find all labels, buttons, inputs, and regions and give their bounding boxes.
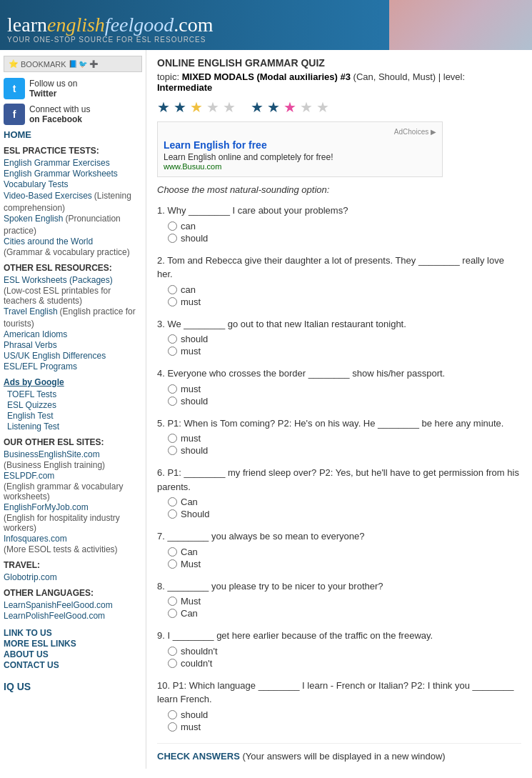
question-3-option-2[interactable]: must — [168, 346, 521, 356]
question-1-option-1[interactable]: can — [168, 221, 521, 231]
question-3-radio-should[interactable] — [168, 334, 177, 344]
sidebar-link-grammar-exercises[interactable]: English Grammar Exercises — [4, 158, 142, 168]
question-3-option-1[interactable]: should — [168, 334, 521, 344]
sidebar-link-esl-quizzes[interactable]: ESL Quizzes — [7, 400, 142, 410]
question-10-radio-must[interactable] — [168, 722, 177, 732]
question-1-option-2[interactable]: should — [168, 233, 521, 244]
sidebar-link-american-idioms[interactable]: American Idioms — [4, 329, 142, 339]
question-8-radio-must[interactable] — [168, 597, 177, 606]
sidebar-link-vocabulary-tests[interactable]: Vocabulary Tests — [4, 179, 142, 189]
question-2-option-1[interactable]: can — [168, 284, 521, 295]
sidebar-link-us-uk[interactable]: US/UK English Differences — [4, 351, 142, 361]
sidebar-link-link-to-us[interactable]: LINK TO US — [4, 628, 142, 638]
sidebar-link-esl-worksheets[interactable]: ESL Worksheets (Packages) — [4, 275, 142, 285]
question-2-option-2[interactable]: must — [168, 296, 521, 307]
english-for-job-desc: (English for hospitality industry worker… — [4, 513, 120, 533]
question-4: 4. Everyone who crosses the border _____… — [157, 366, 521, 407]
question-7-option-2[interactable]: Must — [168, 559, 521, 569]
question-6-option-1[interactable]: Can — [168, 497, 521, 507]
sidebar-link-grammar-worksheets[interactable]: English Grammar Worksheets — [4, 169, 142, 179]
question-7-radio-can[interactable] — [168, 547, 177, 557]
sidebar-link-video-exercises[interactable]: Video-Based Exercises — [4, 191, 92, 202]
question-9-option-1[interactable]: shouldn't — [168, 646, 521, 657]
video-exercises-desc2: comprehension) — [4, 203, 65, 213]
sidebar-link-eslpdf[interactable]: ESLPDF.com — [4, 471, 142, 481]
star-5: ★ — [223, 99, 236, 116]
question-2-radio-can[interactable] — [168, 285, 177, 294]
question-1-radio-can[interactable] — [168, 221, 177, 231]
esl-worksheets-desc: (Low-cost ESL printables for teachers & … — [4, 286, 111, 306]
question-10-option-1[interactable]: should — [168, 709, 521, 720]
question-4-radio-must[interactable] — [168, 384, 177, 394]
question-10-label-should: should — [181, 709, 208, 720]
sidebar-link-more-esl[interactable]: MORE ESL LINKS — [4, 639, 142, 649]
sidebar-link-phrasal-verbs[interactable]: Phrasal Verbs — [4, 340, 142, 350]
question-1-radio-should[interactable] — [168, 234, 177, 243]
question-6-option-2[interactable]: Should — [168, 509, 521, 519]
star-9: ★ — [300, 99, 313, 116]
question-8-label-must: Must — [181, 596, 201, 607]
star-10: ★ — [316, 99, 329, 116]
question-5-option-2[interactable]: should — [168, 445, 521, 456]
sidebar-link-english-for-job[interactable]: EnglishForMyJob.com — [4, 502, 142, 512]
header: learnenglishfeelgood.com YOUR ONE-STOP S… — [0, 0, 532, 50]
question-4-option-2[interactable]: should — [168, 396, 521, 407]
ads-title[interactable]: Ads by Google — [4, 377, 142, 387]
facebook-row[interactable]: f Connect with us on Facebook — [4, 104, 142, 125]
question-10-option-2[interactable]: must — [168, 722, 521, 732]
logo-english: english — [47, 14, 105, 36]
sidebar-link-about-us[interactable]: ABOUT US — [4, 649, 142, 659]
sidebar-link-spoken-english[interactable]: Spoken English — [4, 214, 63, 224]
question-4-radio-should[interactable] — [168, 397, 177, 406]
sidebar-link-infosquares[interactable]: Infosquares.com — [4, 534, 142, 544]
question-2-radio-must[interactable] — [168, 297, 177, 306]
sidebar-link-learn-spanish[interactable]: LearnSpanishFeelGood.com — [4, 600, 142, 610]
question-7-radio-must[interactable] — [168, 559, 177, 569]
stars-row: ★ ★ ★ ★ ★ ★ ★ ★ ★ ★ — [157, 99, 521, 116]
sidebar-link-globotrip[interactable]: Globotrip.com — [4, 572, 142, 582]
question-8-option-1[interactable]: Must — [168, 596, 521, 607]
question-9-radio-couldnt[interactable] — [168, 659, 177, 668]
question-4-option-1[interactable]: must — [168, 384, 521, 394]
question-6-radio-can[interactable] — [168, 497, 177, 507]
question-3-radio-must[interactable] — [168, 346, 177, 356]
sidebar-link-learn-polish[interactable]: LearnPolishFeelGood.com — [4, 611, 142, 621]
question-5-radio-should[interactable] — [168, 446, 177, 455]
question-8-radio-can[interactable] — [168, 609, 177, 618]
question-9-radio-shouldnt[interactable] — [168, 647, 177, 656]
question-7-option-1[interactable]: Can — [168, 547, 521, 557]
question-5-radio-must[interactable] — [168, 434, 177, 443]
question-6-text: 6. P1: ________ my friend sleep over? P2… — [157, 466, 521, 494]
sidebar-link-business-english[interactable]: BusinessEnglishSite.com — [4, 449, 142, 459]
question-5-text: 5. P1: When is Tom coming? P2: He's on h… — [157, 417, 521, 431]
sidebar-link-contact-us[interactable]: CONTACT US — [4, 660, 142, 670]
question-6-radio-should[interactable] — [168, 509, 177, 519]
twitter-text: Follow us on Twitter — [29, 79, 77, 99]
check-answers-link[interactable]: CHECK ANSWERS — [157, 751, 240, 762]
iq-us: IQ US — [4, 681, 142, 692]
other-sites-title: OUR OTHER ESL SITES: — [4, 437, 142, 447]
question-8-option-2[interactable]: Can — [168, 608, 521, 619]
question-5-option-1[interactable]: must — [168, 433, 521, 444]
question-9-option-2[interactable]: couldn't — [168, 658, 521, 669]
sidebar-home-link[interactable]: HOME — [4, 129, 142, 140]
ad-choices: AdChoices ▶ — [164, 128, 436, 136]
sidebar-link-efl-programs[interactable]: ESL/EFL Programs — [4, 361, 142, 371]
twitter-row[interactable]: t Follow us on Twitter — [4, 78, 142, 99]
question-3-text: 3. We ________ go out to that new Italia… — [157, 317, 521, 331]
ad-url: www.Busuu.com — [164, 162, 436, 171]
facebook-text: Connect with us on Facebook — [29, 104, 90, 124]
ad-box: AdChoices ▶ Learn English for free Learn… — [157, 121, 443, 177]
sidebar-link-english-test[interactable]: English Test — [7, 411, 142, 421]
question-10-radio-should[interactable] — [168, 710, 177, 719]
sidebar-link-travel-english[interactable]: Travel English — [4, 306, 58, 316]
site-logo[interactable]: learnenglishfeelgood.com — [7, 14, 214, 36]
bookmark-bar[interactable]: ⭐ BOOKMARK 📘 🐦 ➕ — [4, 56, 142, 72]
sidebar-link-toefl[interactable]: TOEFL Tests — [7, 389, 142, 399]
other-lang-title: OTHER LANGUAGES: — [4, 588, 142, 598]
eslpdf-desc: (English grammar & vocabulary worksheets… — [4, 482, 123, 502]
sidebar-link-listening-test[interactable]: Listening Test — [7, 422, 142, 432]
sidebar-link-cities[interactable]: Cities around the World — [4, 236, 142, 246]
ad-link[interactable]: Learn English for free — [164, 139, 267, 151]
question-7-text: 7. ________ you always be so mean to eve… — [157, 529, 521, 544]
